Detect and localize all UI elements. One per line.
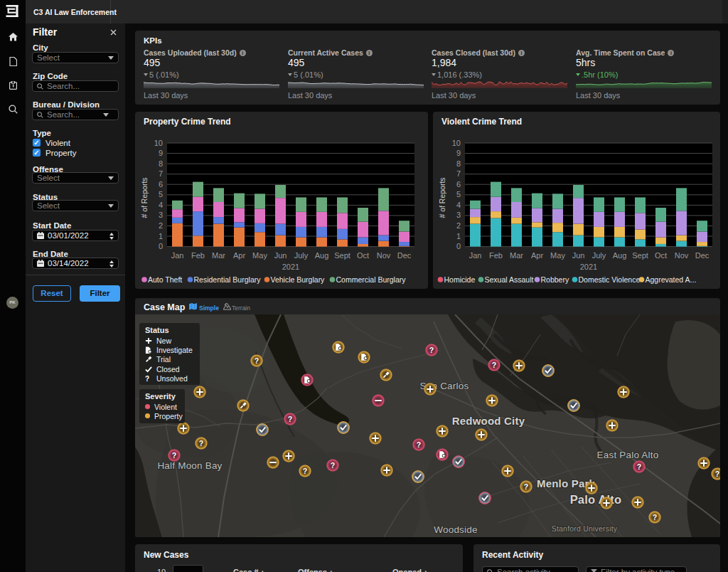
svg-text:Domestic Violence: Domestic Violence — [579, 275, 641, 284]
svg-text:Stanford University: Stanford University — [552, 524, 618, 533]
svg-text:2: 2 — [456, 221, 461, 230]
svg-text:Redwood City: Redwood City — [452, 415, 525, 427]
svg-text:?: ? — [715, 470, 719, 478]
svg-text:Half Moon Bay: Half Moon Bay — [157, 460, 222, 471]
svg-text:5: 5 — [456, 190, 461, 198]
svg-text:Nov: Nov — [377, 251, 391, 260]
svg-text:10: 10 — [452, 139, 461, 147]
svg-text:Jun: Jun — [572, 251, 585, 260]
svg-text:3: 3 — [159, 211, 163, 219]
svg-text:Dec: Dec — [397, 251, 412, 260]
svg-text:3: 3 — [456, 211, 461, 219]
svg-text:2021: 2021 — [580, 263, 597, 271]
svg-text:9: 9 — [159, 149, 163, 157]
svg-text:July: July — [592, 251, 606, 260]
svg-text:Palo Alto: Palo Alto — [570, 493, 622, 506]
svg-text:?: ? — [524, 482, 528, 491]
svg-text:Apr: Apr — [531, 251, 543, 260]
svg-text:?: ? — [429, 346, 434, 354]
svg-text:Vehicle Burglary: Vehicle Burglary — [271, 275, 326, 284]
svg-text:# of Reports: # of Reports — [140, 177, 149, 218]
svg-text:7: 7 — [159, 169, 163, 178]
svg-text:4: 4 — [159, 201, 163, 209]
svg-text:Feb: Feb — [191, 251, 205, 260]
svg-text:?: ? — [303, 467, 307, 475]
svg-text:Commercial Burglary: Commercial Burglary — [336, 275, 407, 284]
svg-text:Aggrevated A...: Aggrevated A... — [646, 275, 697, 284]
svg-text:?: ? — [255, 356, 259, 365]
svg-text:?: ? — [417, 440, 421, 449]
svg-text:?: ? — [172, 451, 176, 460]
svg-text:Feb: Feb — [489, 251, 503, 260]
svg-text:0: 0 — [456, 242, 461, 250]
svg-text:?: ? — [199, 439, 203, 447]
svg-text:Mar: Mar — [510, 251, 523, 260]
svg-text:Auto Theft: Auto Theft — [148, 275, 182, 284]
svg-text:9: 9 — [456, 149, 461, 157]
svg-text:?: ? — [331, 461, 335, 470]
svg-text:Oct: Oct — [357, 251, 369, 260]
svg-text:?: ? — [637, 462, 641, 471]
svg-text:May: May — [550, 251, 565, 260]
svg-text:4: 4 — [456, 201, 461, 209]
svg-text:Dec: Dec — [695, 251, 710, 260]
svg-text:Apr: Apr — [233, 251, 245, 260]
svg-text:# of Reports: # of Reports — [438, 177, 446, 218]
svg-text:Homicide: Homicide — [444, 275, 476, 284]
svg-text:2: 2 — [159, 221, 163, 230]
svg-text:6: 6 — [159, 180, 163, 189]
svg-text:?: ? — [492, 361, 496, 369]
svg-text:Jun: Jun — [274, 251, 287, 260]
svg-text:Robbery: Robbery — [541, 275, 569, 284]
svg-text:10: 10 — [154, 139, 163, 147]
svg-text:Oct: Oct — [655, 251, 667, 260]
svg-text:8: 8 — [456, 159, 461, 168]
svg-text:Residential Burglary: Residential Burglary — [194, 275, 262, 284]
svg-text:Sexual Assault: Sexual Assault — [485, 275, 534, 284]
svg-text:Woodside: Woodside — [434, 524, 477, 535]
svg-text:1: 1 — [456, 232, 461, 240]
svg-text:July: July — [294, 251, 309, 260]
svg-text:1: 1 — [159, 232, 163, 240]
svg-text:7: 7 — [456, 169, 461, 178]
svg-text:6: 6 — [456, 180, 461, 189]
svg-text:?: ? — [288, 415, 292, 423]
svg-text:2021: 2021 — [282, 263, 299, 271]
svg-text:Jan: Jan — [469, 251, 482, 260]
svg-text:East Palo Alto: East Palo Alto — [597, 450, 659, 460]
svg-text:0: 0 — [159, 242, 163, 250]
svg-text:Mar: Mar — [212, 251, 225, 260]
svg-text:May: May — [252, 251, 267, 260]
svg-text:Sept: Sept — [632, 251, 648, 260]
svg-text:Nov: Nov — [675, 251, 689, 260]
svg-text:5: 5 — [159, 190, 163, 198]
svg-text:?: ? — [653, 513, 657, 521]
svg-text:Sept: Sept — [334, 251, 350, 260]
svg-text:Aug: Aug — [315, 251, 329, 260]
svg-text:Jan: Jan — [171, 251, 184, 260]
svg-text:Aug: Aug — [613, 251, 627, 260]
svg-text:8: 8 — [159, 159, 163, 168]
